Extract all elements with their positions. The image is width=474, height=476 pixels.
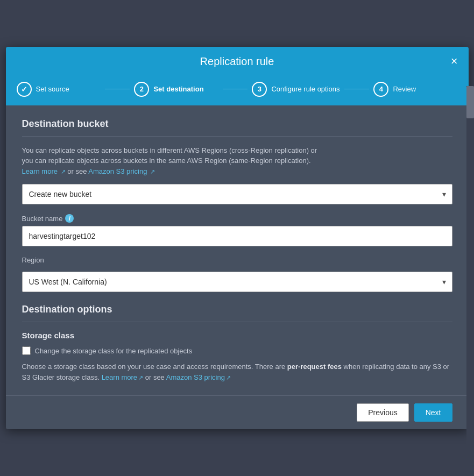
step-1-circle: ✓ <box>17 82 32 97</box>
section-divider-2 <box>22 322 452 322</box>
step-4-circle: 4 <box>373 82 388 97</box>
amazon-s3-pricing-link-2[interactable]: Amazon S3 pricing↗ <box>166 373 231 381</box>
step-2-number: 2 <box>140 85 144 93</box>
step-divider-1 <box>105 89 130 89</box>
title-bar: Replication rule × <box>6 47 469 76</box>
bucket-name-info-icon[interactable]: i <box>65 214 74 223</box>
scrollbar-track[interactable] <box>466 86 474 476</box>
destination-options-section: Destination options Storage class Change… <box>22 304 452 382</box>
storage-class-title: Storage class <box>22 331 452 340</box>
step-2-circle: 2 <box>134 82 149 97</box>
modal-footer: Previous Next <box>6 395 469 429</box>
region-field-group: Region US East (N. Virginia) US East (Oh… <box>22 256 452 292</box>
storage-class-section: Storage class Change the storage class f… <box>22 331 452 382</box>
region-dropdown-wrapper: US East (N. Virginia) US East (Ohio) US … <box>22 272 452 292</box>
step-1-checkmark: ✓ <box>21 85 27 94</box>
bucket-name-label-row: Bucket name i <box>22 214 452 223</box>
region-select[interactable]: US East (N. Virginia) US East (Ohio) US … <box>22 272 452 292</box>
step-3-circle: 3 <box>252 82 267 97</box>
modal-title: Replication rule <box>200 55 274 68</box>
overlay: Replication rule × ✓ Set source 2 <box>0 0 474 476</box>
modal-content: Destination bucket You can replicate obj… <box>6 105 469 396</box>
storage-class-checkbox-row: Change the storage class for the replica… <box>22 346 452 355</box>
description-text: You can replicate objects across buckets… <box>22 145 452 177</box>
step-1-label: Set source <box>36 85 69 93</box>
bucket-type-select[interactable]: Create new bucket Choose a bucket in thi… <box>22 184 452 204</box>
section-divider-1 <box>22 136 452 137</box>
step-4-number: 4 <box>379 85 383 93</box>
bucket-name-field-group: Bucket name i <box>22 214 452 246</box>
bucket-name-input[interactable] <box>22 226 452 246</box>
step-2: 2 Set destination <box>134 82 218 97</box>
modal-dialog: Replication rule × ✓ Set source 2 <box>6 47 469 430</box>
modal-header: Replication rule × ✓ Set source 2 <box>6 47 469 105</box>
step-2-label: Set destination <box>153 85 203 93</box>
steps-bar: ✓ Set source 2 Set destination 3 <box>6 76 469 105</box>
region-label: Region <box>22 256 452 264</box>
destination-options-title: Destination options <box>22 304 452 315</box>
destination-bucket-title: Destination bucket <box>22 118 452 130</box>
scrollbar-thumb[interactable] <box>466 86 474 118</box>
step-3-label: Configure rule options <box>271 85 339 93</box>
external-link-icon-3: ↗ <box>138 374 143 381</box>
storage-class-checkbox[interactable] <box>22 346 31 355</box>
previous-button[interactable]: Previous <box>357 403 408 422</box>
learn-more-link-1[interactable]: Learn more ↗ <box>22 167 68 175</box>
step-divider-2 <box>223 89 248 89</box>
storage-class-description: Choose a storage class based on your use… <box>22 361 452 382</box>
external-link-icon-4: ↗ <box>226 374 231 381</box>
external-link-icon-2: ↗ <box>150 168 155 175</box>
next-button[interactable]: Next <box>414 403 452 422</box>
bucket-dropdown-wrapper: Create new bucket Choose a bucket in thi… <box>22 184 452 204</box>
amazon-s3-pricing-link-1[interactable]: Amazon S3 pricing ↗ <box>88 167 155 175</box>
step-divider-3 <box>344 89 370 89</box>
close-button[interactable]: × <box>451 55 458 67</box>
step-1: ✓ Set source <box>17 82 101 97</box>
destination-bucket-section: Destination bucket You can replicate obj… <box>22 118 452 293</box>
step-4-label: Review <box>393 85 416 93</box>
external-link-icon-1: ↗ <box>61 168 66 175</box>
step-3: 3 Configure rule options <box>252 82 339 97</box>
step-3-number: 3 <box>258 85 261 93</box>
learn-more-link-2[interactable]: Learn more↗ <box>102 373 143 381</box>
step-4: 4 Review <box>373 82 457 97</box>
storage-class-checkbox-label: Change the storage class for the replica… <box>35 347 193 355</box>
